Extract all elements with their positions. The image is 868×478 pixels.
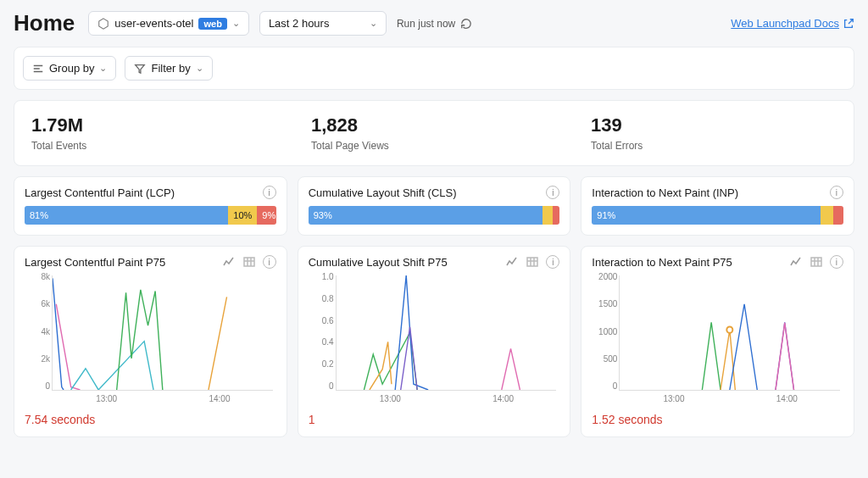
p75-value: 1.52 seconds [592,413,843,426]
chart-plot[interactable] [52,275,273,391]
p75-value: 1 [309,413,560,426]
bar-segment-yellow [542,206,553,225]
group-icon [32,63,44,75]
info-icon[interactable]: i [263,255,276,269]
chart-plot[interactable] [619,275,840,391]
stat-total-events: 1.79M Total Events [14,101,294,165]
stat-value: 139 [591,114,837,136]
chart-y-axis: 8k6k4k2k0 [25,272,50,391]
stats-row: 1.79M Total Events 1,828 Total Page View… [14,100,854,166]
p75-title: Cumulative Layout Shift P75 [309,256,506,269]
chart-plot[interactable] [336,275,557,391]
vital-card-1: Cumulative Layout Shift (CLS) i 93% [298,176,571,236]
chart-x-axis: 13:0014:00 [617,394,843,408]
p75-title: Interaction to Next Paint P75 [592,256,789,269]
bar-segment-blue: 81% [25,206,228,225]
p75-card-2: Interaction to Next Paint P75 i 20001500… [581,246,854,437]
chevron-down-icon: ⌄ [232,18,240,29]
vital-title: Cumulative Layout Shift (CLS) [309,186,547,199]
stat-label: Total Page Views [311,140,557,152]
info-icon[interactable]: i [546,186,559,199]
vital-bar: 93% [309,206,560,225]
dataset-selector[interactable]: user-events-otel web ⌄ [88,11,249,36]
p75-card-0: Largest Contentful Paint P75 i 8k6k4k2k0… [14,246,287,437]
svg-rect-2 [527,258,537,266]
vital-bar: 91% [592,206,843,225]
info-icon[interactable]: i [263,186,276,199]
info-icon[interactable]: i [830,186,843,199]
bar-segment-yellow [821,206,833,225]
group-by-label: Group by [49,62,94,75]
stat-label: Total Errors [591,140,837,152]
line-chart-icon[interactable] [789,255,803,269]
external-link-icon [843,18,854,30]
dataset-name: user-events-otel [114,17,193,30]
refresh-icon[interactable] [460,18,472,30]
bar-segment-red [553,206,560,225]
chart-x-axis: 13:0014:00 [334,394,560,408]
bar-segment-yellow: 10% [228,206,257,225]
stat-value: 1.79M [31,114,277,136]
chart-x-axis: 13:0014:00 [50,394,276,408]
dataset-icon [97,18,109,30]
chevron-down-icon: ⌄ [99,63,107,74]
table-icon[interactable] [810,255,823,269]
vital-card-0: Largest Contentful Paint (LCP) i 81%10%9… [14,176,287,236]
table-icon[interactable] [526,255,539,269]
vital-bar: 81%10%9% [25,206,276,225]
time-range-label: Last 2 hours [269,17,330,30]
bar-segment-blue: 91% [592,206,821,225]
stat-value: 1,828 [311,114,557,136]
run-status-text: Run just now [397,18,455,30]
chevron-down-icon: ⌄ [196,63,203,74]
svg-rect-1 [244,258,254,266]
dataset-badge: web [198,18,226,30]
bar-segment-red: 9% [257,206,275,225]
p75-title: Largest Contentful Paint P75 [25,256,222,269]
line-chart-icon[interactable] [505,255,519,269]
stat-label: Total Events [31,140,277,152]
chart-y-axis: 2000150010005000 [592,272,617,391]
p75-value: 7.54 seconds [25,413,276,426]
vital-title: Interaction to Next Paint (INP) [592,186,830,199]
time-range-selector[interactable]: Last 2 hours ⌄ [259,11,387,36]
p75-card-1: Cumulative Layout Shift P75 i 1.00.80.60… [298,246,571,437]
bar-segment-blue: 93% [309,206,542,225]
bar-segment-red [833,206,843,225]
docs-link[interactable]: Web Launchpad Docs [731,17,854,30]
chart-y-axis: 1.00.80.60.40.20 [309,272,334,391]
table-icon[interactable] [242,255,256,269]
svg-marker-0 [99,18,108,28]
filter-icon [134,63,146,75]
run-status: Run just now [397,18,472,30]
stat-total-pageviews: 1,828 Total Page Views [294,101,574,165]
docs-link-text: Web Launchpad Docs [731,17,839,30]
filter-by-label: Filter by [151,62,190,75]
vital-title: Largest Contentful Paint (LCP) [25,186,263,199]
svg-rect-3 [811,258,821,266]
filter-by-button[interactable]: Filter by ⌄ [125,56,212,81]
group-by-button[interactable]: Group by ⌄ [23,56,116,81]
line-chart-icon[interactable] [222,255,236,269]
info-icon[interactable]: i [830,255,843,269]
info-icon[interactable]: i [546,255,559,269]
page-title: Home [14,10,75,36]
stat-total-errors: 139 Total Errors [574,101,854,165]
vital-card-2: Interaction to Next Paint (INP) i 91% [581,176,854,236]
chevron-down-icon: ⌄ [370,18,377,29]
svg-point-4 [727,327,733,333]
